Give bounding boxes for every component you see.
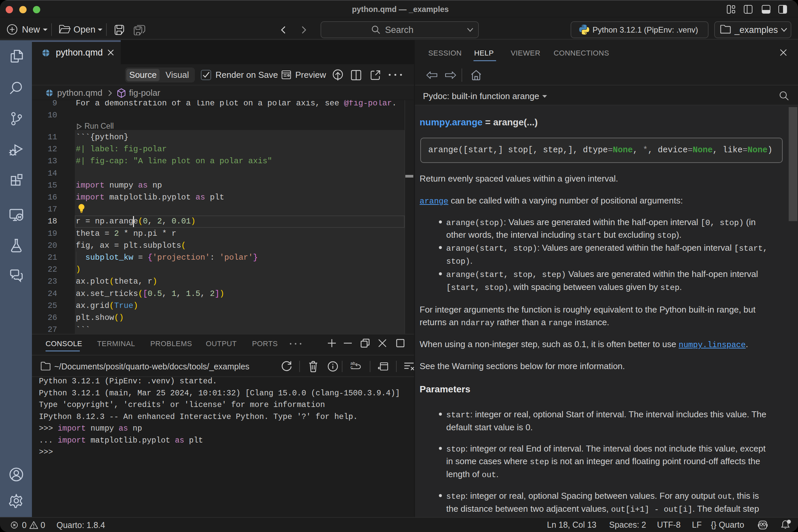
svg-text:c: c	[350, 365, 353, 370]
